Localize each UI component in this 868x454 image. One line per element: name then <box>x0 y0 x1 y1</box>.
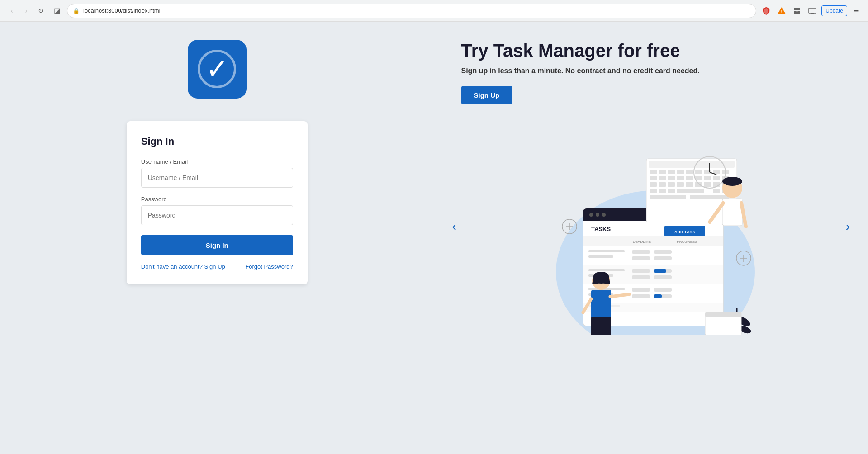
svg-rect-35 <box>654 275 672 279</box>
username-group: Username / Email <box>141 158 293 188</box>
svg-rect-2 <box>797 8 800 10</box>
back-button[interactable]: ‹ <box>5 5 18 17</box>
carousel-left-arrow[interactable]: ‹ <box>452 219 456 234</box>
reload-button[interactable]: ↻ <box>34 5 47 17</box>
svg-rect-27 <box>654 256 672 260</box>
app-logo: ✓ <box>188 40 247 99</box>
svg-rect-52 <box>686 170 693 174</box>
svg-rect-67 <box>659 182 666 187</box>
signup-button[interactable]: Sign Up <box>461 86 512 104</box>
svg-rect-66 <box>650 182 657 187</box>
svg-rect-21 <box>583 246 723 265</box>
svg-rect-24 <box>632 250 650 254</box>
svg-rect-29 <box>588 269 625 271</box>
page: ✓ Sign In Username / Email Password Sign… <box>0 22 868 454</box>
left-panel: ✓ Sign In Username / Email Password Sign… <box>0 22 434 454</box>
password-input[interactable] <box>141 205 293 225</box>
extensions-button[interactable] <box>791 5 803 17</box>
svg-text:DEADLINE: DEADLINE <box>633 240 651 244</box>
svg-line-101 <box>610 294 629 297</box>
bookmark-button[interactable]: ◪ <box>51 5 63 17</box>
svg-rect-95 <box>722 199 742 226</box>
svg-rect-58 <box>659 176 666 180</box>
svg-point-12 <box>589 213 593 217</box>
carousel-right-arrow[interactable]: › <box>846 219 850 234</box>
svg-rect-22 <box>588 250 625 252</box>
svg-rect-100 <box>591 317 611 335</box>
password-label: Password <box>141 196 293 203</box>
lock-icon: 🔒 <box>73 8 80 14</box>
svg-rect-1 <box>794 8 797 10</box>
nav-buttons: ‹ › ↻ <box>5 5 47 17</box>
svg-rect-7 <box>810 14 815 14</box>
forward-button[interactable]: › <box>20 5 33 17</box>
signin-button[interactable]: Sign In <box>141 235 293 255</box>
signin-title: Sign In <box>141 136 293 147</box>
svg-rect-63 <box>704 176 711 180</box>
task-manager-illustration: TASKS ADD TASK DEADLINE PROGRESS <box>515 118 787 335</box>
svg-rect-77 <box>668 189 675 193</box>
svg-rect-68 <box>668 182 675 187</box>
svg-rect-59 <box>668 176 675 180</box>
address-bar: 🔒 localhost:3000/dist/index.html <box>67 4 756 18</box>
svg-rect-18 <box>583 236 723 246</box>
svg-rect-73 <box>713 182 720 187</box>
svg-text:PROGRESS: PROGRESS <box>677 240 697 244</box>
svg-rect-50 <box>668 170 675 174</box>
browser-chrome: ‹ › ↻ ◪ 🔒 localhost:3000/dist/index.html… <box>0 0 868 22</box>
svg-rect-61 <box>686 176 693 180</box>
brave-shield-button[interactable] <box>760 5 773 17</box>
menu-button[interactable]: ≡ <box>850 5 863 17</box>
warning-button[interactable]: ! <box>775 5 788 17</box>
svg-rect-39 <box>632 288 650 292</box>
svg-rect-23 <box>588 255 613 258</box>
svg-rect-6 <box>811 13 814 14</box>
svg-rect-64 <box>713 176 720 180</box>
update-button[interactable]: Update <box>821 5 847 16</box>
svg-rect-60 <box>677 176 684 180</box>
svg-rect-72 <box>704 182 711 187</box>
svg-rect-48 <box>650 170 657 174</box>
promo-title: Try Task Manager for free <box>461 40 680 61</box>
svg-rect-53 <box>695 170 702 174</box>
svg-rect-70 <box>686 182 693 187</box>
svg-rect-41 <box>632 294 650 298</box>
promo-subtitle: Sign up in less than a minute. No contra… <box>461 67 700 75</box>
signin-card: Sign In Username / Email Password Sign I… <box>127 121 308 284</box>
svg-rect-5 <box>809 8 816 13</box>
svg-rect-33 <box>654 269 666 273</box>
url-text: localhost:3000/dist/index.html <box>83 7 161 14</box>
svg-rect-43 <box>654 294 662 298</box>
svg-point-13 <box>596 213 599 217</box>
svg-rect-26 <box>632 256 650 260</box>
svg-rect-51 <box>677 170 684 174</box>
svg-rect-79 <box>713 189 720 193</box>
svg-point-93 <box>722 177 742 186</box>
svg-rect-40 <box>654 288 672 292</box>
svg-point-14 <box>602 213 606 217</box>
svg-rect-78 <box>677 189 704 193</box>
forgot-password-link[interactable]: Forgot Password? <box>245 263 293 270</box>
svg-rect-25 <box>654 250 672 254</box>
logo-circle <box>198 50 236 88</box>
svg-rect-3 <box>794 11 797 14</box>
svg-rect-34 <box>632 275 650 279</box>
svg-rect-76 <box>659 189 666 193</box>
form-footer: Don't have an account? Sign Up Forgot Pa… <box>141 263 293 270</box>
svg-rect-114 <box>705 312 741 317</box>
svg-rect-31 <box>632 269 650 273</box>
username-input[interactable] <box>141 168 293 188</box>
svg-rect-81 <box>650 195 686 199</box>
browser-actions: ! Update ≡ <box>760 5 863 17</box>
svg-rect-99 <box>591 290 611 322</box>
svg-text:TASKS: TASKS <box>591 226 611 232</box>
password-group: Password <box>141 196 293 225</box>
carousel-container: ‹ TASKS ADD TASK DEADLINE <box>461 118 841 335</box>
cast-button[interactable] <box>806 5 819 17</box>
signup-link[interactable]: Don't have an account? Sign Up <box>141 263 225 270</box>
svg-rect-57 <box>650 176 657 180</box>
svg-text:ADD TASK: ADD TASK <box>674 230 695 234</box>
svg-rect-75 <box>650 189 657 193</box>
right-panel: Try Task Manager for free Sign up in les… <box>434 22 868 454</box>
svg-rect-49 <box>659 170 666 174</box>
